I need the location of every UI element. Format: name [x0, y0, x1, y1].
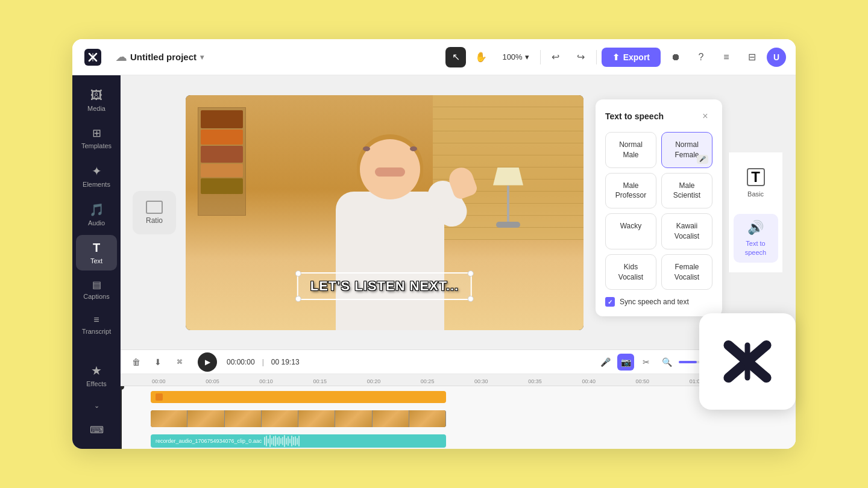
sidebar-item-label-text: Text — [90, 257, 102, 264]
video-track[interactable] — [151, 410, 446, 427]
sidebar-item-elements[interactable]: ✦ Elements — [76, 158, 117, 194]
sidebar-item-media[interactable]: 🖼 Media — [76, 83, 117, 118]
zoom-label: 100% — [502, 52, 522, 61]
redo-button[interactable]: ↪ — [571, 47, 591, 67]
sidebar-item-text[interactable]: T Text — [76, 235, 117, 271]
expand-icon: ⌄ — [94, 402, 99, 410]
lamp — [493, 167, 523, 228]
voice-label-kids-vocalist: KidsVocalist — [618, 263, 643, 281]
ruler-mark: 00:25 — [420, 378, 473, 384]
right-panel-tts[interactable]: 🔊 Text to speech — [734, 214, 778, 263]
sidebar-more: ★ Effects ⌄ ⌨ — [76, 357, 117, 442]
resize-handle-tl[interactable] — [295, 271, 301, 277]
voice-card-male-scientist[interactable]: MaleScientist — [661, 173, 712, 209]
watermark-logo-icon — [720, 334, 775, 389]
more-button[interactable]: ≡ — [716, 47, 737, 67]
export-button[interactable]: ⬆ Export — [602, 48, 661, 67]
voice-card-kawaii-vocalist[interactable]: KawaiiVocalist — [661, 213, 712, 249]
sidebar-item-label-audio: Audio — [88, 219, 105, 227]
mic-button[interactable]: 🎤 — [597, 354, 614, 371]
ratio-label: Ratio — [146, 216, 163, 225]
ruler-mark: 00:50 — [635, 378, 688, 384]
voice-label-male-professor: MaleProfessor — [615, 181, 646, 200]
tts-panel: Text to speech × NormalMale NormalFemale… — [596, 99, 722, 316]
video-frame — [298, 410, 335, 427]
voice-card-female-vocalist[interactable]: FemaleVocalist — [661, 254, 712, 290]
playhead[interactable] — [121, 386, 122, 449]
sidebar-item-label-media: Media — [87, 105, 105, 112]
voice-card-normal-male[interactable]: NormalMale — [605, 132, 656, 168]
tts-close-button[interactable]: × — [698, 109, 712, 124]
blind-slat — [433, 131, 583, 143]
select-tool-button[interactable]: ↖ — [445, 47, 466, 67]
hand-tool-button[interactable]: ✋ — [471, 47, 491, 67]
layout-button[interactable]: ⊟ — [741, 47, 762, 67]
voice-card-normal-female[interactable]: NormalFemale 🎤 — [661, 132, 712, 168]
avatar[interactable]: U — [767, 48, 786, 67]
chevron-down-icon[interactable]: ▾ — [200, 53, 204, 61]
sidebar-item-captions[interactable]: ▤ Captions — [76, 273, 117, 306]
bookshelf — [198, 107, 246, 216]
blind-slat — [433, 228, 583, 240]
delete-clip-button[interactable]: 🗑 — [128, 354, 145, 371]
main-area: 🖼 Media ⊞ Templates ✦ Elements 🎵 Audio T… — [72, 75, 796, 449]
tts-header: Text to speech × — [605, 109, 712, 124]
templates-icon: ⊞ — [92, 127, 101, 140]
sidebar-item-effects[interactable]: ★ Effects — [76, 357, 117, 393]
ruler-mark: 00:20 — [366, 378, 420, 384]
voice-label-normal-male: NormalMale — [619, 140, 643, 159]
sidebar-item-expand[interactable]: ⌄ — [76, 396, 117, 416]
project-name[interactable]: Untitled project — [130, 52, 197, 62]
sidebar-item-label-captions: Captions — [83, 293, 109, 300]
video-canvas: LET'S LISTEN NEXT... — [186, 95, 583, 330]
sidebar-item-audio[interactable]: 🎵 Audio — [76, 196, 117, 233]
audio-icon: 🎵 — [89, 202, 104, 217]
sidebar: 🖼 Media ⊞ Templates ✦ Elements 🎵 Audio T… — [72, 75, 121, 449]
right-panel-basic[interactable]: T Basic — [734, 162, 778, 204]
media-icon: 🖼 — [90, 89, 102, 102]
right-panel-basic-label: Basic — [747, 190, 764, 198]
voice-card-wacky[interactable]: Wacky — [605, 213, 656, 249]
right-panel-tts-label: Text to speech — [740, 239, 772, 257]
voice-label-normal-female: NormalFemale — [675, 140, 699, 159]
transcript-icon: ≡ — [93, 314, 99, 325]
play-button[interactable]: ▶ — [198, 352, 217, 372]
topbar-tools: ↖ ✋ 100% ▾ ↩ ↪ ⬆ Export ⏺ ? ≡ ⊟ U — [445, 47, 786, 67]
video-frame — [151, 410, 187, 427]
voice-card-kids-vocalist[interactable]: KidsVocalist — [605, 254, 656, 290]
resize-handle-bl[interactable] — [295, 296, 301, 302]
person-figure — [336, 134, 444, 330]
split-button[interactable]: ⌘ — [171, 354, 188, 371]
orange-track[interactable] — [151, 391, 446, 403]
camera-button[interactable]: 📷 — [617, 354, 634, 371]
sidebar-item-transcript[interactable]: ≡ Transcript — [76, 308, 117, 341]
audio-track[interactable]: recorder_audio_1706754934076_clip_0.aac — [151, 434, 446, 448]
subtitle-text: LET'S LISTEN NEXT... — [310, 278, 459, 294]
watermark-logo-card — [699, 313, 796, 410]
timeline: 🗑 ⬇ ⌘ ▶ 00:00:00 | 00 19:13 🎤 📷 ✂ 🔍 — [121, 349, 796, 449]
sidebar-item-templates[interactable]: ⊞ Templates — [76, 120, 117, 155]
ratio-icon — [146, 201, 163, 214]
sidebar-item-keyboard[interactable]: ⌨ — [76, 418, 117, 442]
time-total: 00 19:13 — [271, 358, 300, 366]
app-logo — [82, 46, 104, 68]
undo-button[interactable]: ↩ — [546, 47, 566, 67]
voice-card-male-professor[interactable]: MaleProfessor — [605, 173, 656, 209]
timeline-toolbar: 🗑 ⬇ ⌘ ▶ 00:00:00 | 00 19:13 🎤 📷 ✂ 🔍 — [121, 350, 796, 374]
topbar: ☁ Untitled project ▾ ↖ ✋ 100% ▾ ↩ ↪ ⬆ Ex… — [72, 39, 796, 75]
help-button[interactable]: ? — [691, 47, 711, 67]
effects-icon: ★ — [91, 363, 102, 378]
voice-label-wacky: Wacky — [620, 222, 642, 230]
timeline-tracks: 00:00 00:05 00:10 00:15 00:20 00:25 00:3… — [121, 374, 796, 449]
zoom-button[interactable]: 100% ▾ — [496, 49, 535, 65]
ratio-button[interactable]: Ratio — [133, 191, 176, 234]
divider2 — [596, 50, 597, 64]
zoom-out-button[interactable]: 🔍 — [658, 354, 675, 371]
download-button[interactable]: ⬇ — [149, 354, 166, 371]
screen-record-button[interactable]: ⏺ — [665, 47, 686, 67]
split-clip-button[interactable]: ✂ — [638, 354, 655, 371]
subtitle-box[interactable]: LET'S LISTEN NEXT... — [297, 272, 472, 300]
ruler-mark: 00:35 — [527, 378, 580, 384]
sync-checkbox[interactable] — [605, 297, 615, 307]
ruler-mark: 00:30 — [473, 378, 527, 384]
